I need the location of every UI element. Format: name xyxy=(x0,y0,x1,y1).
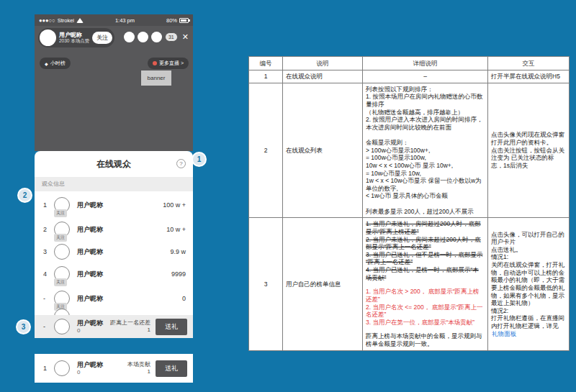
detail-cell: – xyxy=(363,70,488,83)
table-row: 3 用户自己的榜单信息 1. 当用户未送礼，房间超过200人时，底部显示“距离上… xyxy=(249,218,570,350)
contribution-value: 1 xyxy=(148,368,150,375)
viewer-name: 用户昵称 xyxy=(77,225,166,234)
rank-label: 1 xyxy=(43,201,54,209)
follow-badge[interactable]: 关注 xyxy=(54,234,67,242)
row-name: 在线观众列表 xyxy=(283,83,363,218)
self-rank-bar: - 用户昵称 0 距离上一名还差 1 送礼 xyxy=(35,315,193,338)
viewer-list: 1 关注 用户昵称 100 w + 2 关注 用户昵称 10 w + 3 用户昵… xyxy=(35,191,193,315)
table-row: 2 在线观众列表 列表按照以下规则排序： 1. 按照本场用户在房间内礼物赠送的心… xyxy=(249,83,570,218)
interaction-cell: 打开半屏在线观众说明H5 xyxy=(488,70,570,83)
viewer-count-badge[interactable]: 31 xyxy=(165,32,178,42)
streamer-info-pill[interactable]: 用户昵称 2030 本场点赞 关注 xyxy=(38,28,114,47)
likes-count: 2030 本场点赞 xyxy=(59,38,89,43)
rank-label: - xyxy=(43,323,54,330)
row-id: 2 xyxy=(249,83,283,218)
table-row: 1 在线观众说明 – 打开半屏在线观众说明H5 xyxy=(249,70,570,83)
close-icon[interactable]: ✕ xyxy=(182,33,189,41)
more-live-pill[interactable]: 更多直播 > xyxy=(148,58,189,69)
coin-amount: 0 xyxy=(77,327,110,334)
contribution-bar: 1 用户昵称 0 本场贡献 1 送礼 xyxy=(35,354,193,383)
col-header-interaction: 交互 xyxy=(488,57,570,70)
viewer-avatar[interactable] xyxy=(124,32,135,42)
avatar[interactable] xyxy=(54,244,71,260)
viewer-name: 用户昵称 xyxy=(77,201,163,210)
coin-amount: 0 xyxy=(77,369,127,376)
viewer-avatar[interactable] xyxy=(151,32,162,42)
viewer-row[interactable]: 2 关注 用户昵称 10 w + xyxy=(35,217,193,242)
avatar[interactable] xyxy=(54,319,71,334)
amount-display-note: 距离上榜与本场贡献中的金额，显示规则与榜单金额显示规则一致。 xyxy=(366,332,485,347)
coin-amount: 0 xyxy=(182,295,186,302)
col-header-detail: 详细说明 xyxy=(363,57,488,70)
viewer-row[interactable]: 4 关注 用户昵称 9999 xyxy=(35,262,193,286)
streamer-avatar[interactable] xyxy=(40,29,56,46)
status-bar: ●●●○○ Strokei 1:43 pm 80% xyxy=(35,14,193,26)
live-video-area: 用户昵称 2030 本场点赞 关注 31 ✕ ◆ 小时榜 更多直播 > xyxy=(35,26,193,151)
detail-cell: 列表按照以下规则排序： 1. 按照本场用户在房间内礼物赠送的心币数量排序 （礼物… xyxy=(363,83,488,218)
viewer-name: 用户昵称 xyxy=(77,270,171,279)
live-dot-icon xyxy=(153,61,157,65)
follow-badge[interactable]: 关注 xyxy=(54,278,67,286)
annotation-badge-3: 3 xyxy=(16,319,31,334)
row-id: 3 xyxy=(249,218,283,350)
table-header-row: 编号 说明 详细说明 交互 xyxy=(249,57,570,70)
gap-label: 距离上一名还差 xyxy=(110,319,150,327)
viewer-row[interactable]: 3 用户昵称 9.9 w xyxy=(35,242,193,262)
carrier-label: Strokei xyxy=(58,17,74,24)
interaction-cell: 点击头像关闭现在观众弹窗打开此用户的资料卡。 点击关注按钮，按钮会从关注变为 已… xyxy=(488,83,570,218)
rank-label: - xyxy=(43,295,54,302)
hour-rank-pill[interactable]: ◆ 小时榜 xyxy=(40,58,71,69)
rank-diamond-icon: ◆ xyxy=(45,61,48,66)
gap-value: 1 xyxy=(148,327,150,334)
battery-percent-label: 80% xyxy=(166,17,177,24)
interaction-cell: 点击头像，可以打开自己的用户卡片 点击送礼。 情况1: 关闭在线观众弹窗，打开礼… xyxy=(488,218,570,350)
clock-label: 1:43 pm xyxy=(115,17,135,24)
annotation-badge-1: 1 xyxy=(192,152,207,167)
banner-button[interactable]: banner xyxy=(141,70,171,86)
avatar[interactable]: 关注 xyxy=(54,266,71,282)
viewer-name: 用户昵称 xyxy=(77,294,182,304)
row-name: 用户自己的榜单信息 xyxy=(283,218,363,350)
wifi-icon xyxy=(76,18,84,23)
detail-cell: 1. 当用户未送礼，房间超过200人时，底部显示“距离上榜还差” 2. 当用户未… xyxy=(363,218,488,350)
coin-amount: 9999 xyxy=(171,270,186,278)
col-header-name: 说明 xyxy=(283,57,363,70)
viewer-row[interactable]: - 关注 用户昵称 0 xyxy=(35,286,193,311)
col-header-id: 编号 xyxy=(249,57,283,70)
row-name: 在线观众说明 xyxy=(283,70,363,83)
viewer-row[interactable]: 1 关注 用户昵称 100 w + xyxy=(35,193,193,217)
annotation-badge-2: 2 xyxy=(17,188,32,203)
viewer-avatar[interactable] xyxy=(138,32,148,42)
contribution-label: 本场贡献 xyxy=(127,361,150,368)
help-icon[interactable]: ? xyxy=(176,159,186,168)
coin-amount: 10 w + xyxy=(166,226,186,233)
avatar[interactable] xyxy=(54,360,71,376)
rank-label: 4 xyxy=(43,270,54,278)
panel-title: 在线观众 xyxy=(96,158,131,170)
hour-rank-label: 小时榜 xyxy=(50,60,66,67)
current-rules-text: 1. 当用户名次 > 200， 底部显示“距离上榜还差” 2. 当用户名次 <=… xyxy=(366,288,485,326)
rank-label: 3 xyxy=(43,248,54,255)
section-header: 观众信息 xyxy=(35,177,193,191)
follow-button[interactable]: 关注 xyxy=(92,32,112,44)
coin-amount: 9.9 w xyxy=(170,248,186,255)
rank-label: 1 xyxy=(43,365,54,372)
viewer-name: 用户昵称 xyxy=(77,247,170,257)
avatar[interactable]: 关注 xyxy=(54,222,71,237)
gift-panel-link[interactable]: 礼物面板 xyxy=(492,330,516,337)
viewer-name: 用户昵称 xyxy=(77,319,110,327)
more-live-label: 更多直播 > xyxy=(159,60,184,67)
follow-badge[interactable]: 关注 xyxy=(54,209,67,217)
avatar[interactable]: 关注 xyxy=(54,291,71,306)
viewer-name: 用户昵称 xyxy=(77,361,127,369)
online-viewers-panel: 在线观众 ? 观众信息 1 关注 用户昵称 100 w + 2 关注 用户昵称 … xyxy=(35,151,193,338)
avatar[interactable]: 关注 xyxy=(54,197,71,213)
phone-mockup: ●●●○○ Strokei 1:43 pm 80% 用户昵称 2030 本场点赞… xyxy=(35,14,193,338)
coin-amount: 100 w + xyxy=(163,201,186,209)
rank-label: 2 xyxy=(43,226,54,233)
streamer-name: 用户昵称 xyxy=(59,32,89,38)
spec-table: 编号 说明 详细说明 交互 1 在线观众说明 – 打开半屏在线观众说明H5 2 … xyxy=(248,56,570,351)
send-gift-button[interactable]: 送礼 xyxy=(156,319,187,335)
send-gift-button[interactable]: 送礼 xyxy=(156,360,187,377)
row-id: 1 xyxy=(249,70,283,83)
